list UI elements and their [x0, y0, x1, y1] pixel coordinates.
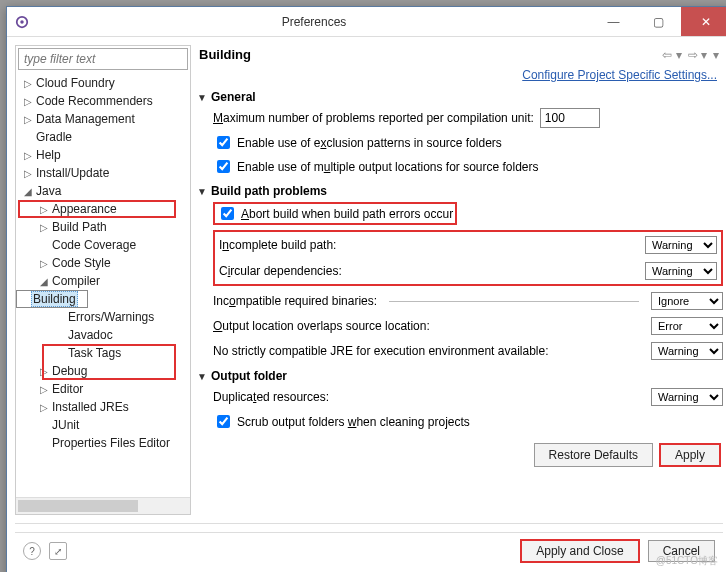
tree-item-javadoc[interactable]: Javadoc	[16, 326, 190, 344]
tree-item-label: Debug	[50, 364, 89, 378]
duplicated-resources-select[interactable]: Warning	[651, 388, 723, 406]
preferences-window: Preferences — ▢ ✕ ▷Cloud Foundry▷Code Re…	[6, 6, 726, 572]
app-icon	[7, 15, 37, 29]
tree-item-installed-jres[interactable]: ▷Installed JREs	[16, 398, 190, 416]
no-jre-select[interactable]: Warning	[651, 342, 723, 360]
help-icon[interactable]: ?	[23, 542, 41, 560]
section-title: Output folder	[211, 369, 287, 383]
tree-item-properties-files-editor[interactable]: Properties Files Editor	[16, 434, 190, 452]
window-title: Preferences	[37, 15, 591, 29]
tree-item-label: Code Style	[50, 256, 113, 270]
titlebar: Preferences — ▢ ✕	[7, 7, 726, 37]
duplicated-resources-label: Duplicated resources:	[213, 390, 329, 404]
restore-defaults-button[interactable]: Restore Defaults	[534, 443, 653, 467]
no-jre-label: No strictly compatible JRE for execution…	[213, 344, 548, 358]
tree-item-label: Code Coverage	[50, 238, 138, 252]
tree-item-debug[interactable]: ▷Debug	[16, 362, 190, 380]
configure-project-link[interactable]: Configure Project Specific Settings...	[522, 68, 717, 82]
dialog-body: ▷Cloud Foundry▷Code Recommenders▷Data Ma…	[7, 37, 726, 572]
incompat-binaries-select[interactable]: Ignore	[651, 292, 723, 310]
incomplete-build-label: Incomplete build path:	[219, 238, 336, 252]
window-controls: — ▢ ✕	[591, 7, 726, 36]
tree-item-label: Compiler	[50, 274, 102, 288]
tree-item-label: Install/Update	[34, 166, 111, 180]
tree-item-label: Properties Files Editor	[50, 436, 172, 450]
apply-button[interactable]: Apply	[659, 443, 721, 467]
tree-item-appearance[interactable]: ▷Appearance	[16, 200, 190, 218]
content-pane: Building ⇦ ▾ ⇨ ▾ ▾ Configure Project Spe…	[197, 45, 723, 515]
abort-build-checkbox[interactable]: Abort build when build path errors occur	[213, 202, 457, 225]
scrub-output-checkbox[interactable]: Scrub output folders when cleaning proje…	[213, 412, 723, 431]
tree-item-editor[interactable]: ▷Editor	[16, 380, 190, 398]
tree-item-label: Editor	[50, 382, 85, 396]
tree-item-compiler[interactable]: ◢Compiler	[16, 272, 190, 290]
tree-item-errors-warnings[interactable]: Errors/Warnings	[16, 308, 190, 326]
enable-exclusion-checkbox[interactable]: Enable use of exclusion patterns in sour…	[213, 133, 723, 152]
tree-item-install-update[interactable]: ▷Install/Update	[16, 164, 190, 182]
section-output-folder: ▼Output folder Duplicated resources: War…	[197, 369, 723, 431]
tree-item-cloud-foundry[interactable]: ▷Cloud Foundry	[16, 74, 190, 92]
tree-item-code-coverage[interactable]: Code Coverage	[16, 236, 190, 254]
tree-item-code-recommenders[interactable]: ▷Code Recommenders	[16, 92, 190, 110]
section-title: Build path problems	[211, 184, 327, 198]
tree-item-gradle[interactable]: Gradle	[16, 128, 190, 146]
tree-item-label: Cloud Foundry	[34, 76, 117, 90]
section-title: General	[211, 90, 256, 104]
tree-item-label: Task Tags	[66, 346, 123, 360]
tree-item-data-management[interactable]: ▷Data Management	[16, 110, 190, 128]
horizontal-scrollbar[interactable]	[16, 497, 190, 514]
cancel-button[interactable]: Cancel	[648, 540, 715, 562]
section-build-path: ▼Build path problems Abort build when bu…	[197, 184, 723, 361]
max-problems-input[interactable]	[540, 108, 600, 128]
maximize-button[interactable]: ▢	[636, 7, 681, 36]
output-overlap-select[interactable]: Error	[651, 317, 723, 335]
preferences-tree[interactable]: ▷Cloud Foundry▷Code Recommenders▷Data Ma…	[16, 72, 190, 497]
page-title: Building	[199, 47, 662, 62]
filter-input[interactable]	[18, 48, 188, 70]
incomplete-build-select[interactable]: Warning	[645, 236, 717, 254]
circular-deps-label: Circular dependencies:	[219, 264, 342, 278]
tree-item-label: Data Management	[34, 112, 137, 126]
tree-item-label: Appearance	[50, 202, 119, 216]
incompat-binaries-label: Incompatible required binaries:	[213, 294, 377, 308]
minimize-button[interactable]: —	[591, 7, 636, 36]
tree-item-junit[interactable]: JUnit	[16, 416, 190, 434]
tree-item-label: Javadoc	[66, 328, 115, 342]
close-button[interactable]: ✕	[681, 7, 726, 36]
tree-item-label: Gradle	[34, 130, 74, 144]
highlight-box-paths: Incomplete build path: Warning Circular …	[213, 230, 723, 286]
nav-arrows: ⇦ ▾ ⇨ ▾ ▾	[662, 48, 719, 62]
tree-item-task-tags[interactable]: Task Tags	[16, 344, 190, 362]
tree-item-build-path[interactable]: ▷Build Path	[16, 218, 190, 236]
import-export-icon[interactable]: ⤢	[49, 542, 67, 560]
tree-item-label: Code Recommenders	[34, 94, 155, 108]
tree-item-label: Java	[34, 184, 63, 198]
footer: ? ⤢ Apply and Close Cancel	[15, 532, 723, 569]
tree-item-label: Build Path	[50, 220, 109, 234]
forward-icon[interactable]: ⇨ ▾	[688, 48, 707, 62]
tree-item-label: Errors/Warnings	[66, 310, 156, 324]
sidebar: ▷Cloud Foundry▷Code Recommenders▷Data Ma…	[15, 45, 191, 515]
menu-icon[interactable]: ▾	[713, 48, 719, 62]
tree-item-building[interactable]: Building	[16, 290, 88, 308]
tree-item-help[interactable]: ▷Help	[16, 146, 190, 164]
tree-item-label: JUnit	[50, 418, 81, 432]
svg-point-1	[20, 20, 24, 24]
tree-item-label: Installed JREs	[50, 400, 131, 414]
tree-item-label: Building	[31, 291, 78, 307]
tree-item-label: Help	[34, 148, 63, 162]
output-overlap-label: Output location overlaps source location…	[213, 319, 430, 333]
section-general: ▼General MMaximum number of problems rep…	[197, 90, 723, 176]
tree-item-code-style[interactable]: ▷Code Style	[16, 254, 190, 272]
max-problems-label: MMaximum number of problems reported per…	[213, 111, 534, 125]
enable-multiple-checkbox[interactable]: Enable use of multiple output locations …	[213, 157, 723, 176]
apply-and-close-button[interactable]: Apply and Close	[520, 539, 639, 563]
back-icon[interactable]: ⇦ ▾	[662, 48, 681, 62]
tree-item-java[interactable]: ◢Java	[16, 182, 190, 200]
circular-deps-select[interactable]: Warning	[645, 262, 717, 280]
